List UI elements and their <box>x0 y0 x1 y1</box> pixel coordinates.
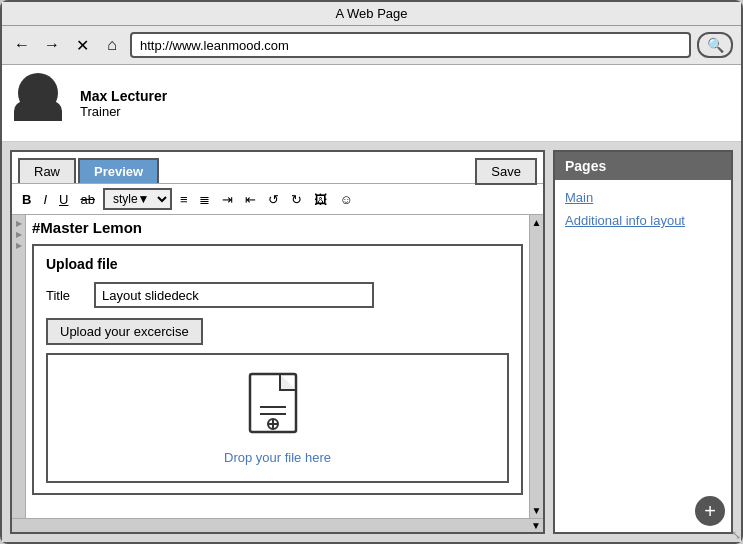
editor-toolbar: B I U ab style▼ ≡ ≣ ⇥ ⇤ ↺ ↻ 🖼 ☺ <box>12 183 543 215</box>
title-form-row: Title <box>46 282 509 308</box>
left-sidebar: ▶ ▶ ▶ <box>12 215 26 518</box>
add-page-button[interactable]: + <box>695 496 725 526</box>
profile-role: Trainer <box>80 104 167 119</box>
scroll-up-arrow[interactable]: ▲ <box>530 215 543 230</box>
emoji-button[interactable]: ☺ <box>335 190 356 209</box>
page-link-main[interactable]: Main <box>565 190 721 205</box>
drop-zone-text: Drop your file here <box>224 450 331 465</box>
scroll-right-arrow[interactable]: ▼ <box>529 518 543 533</box>
upload-button[interactable]: Upload your excercise <box>46 318 203 345</box>
undo-button[interactable]: ↺ <box>264 190 283 209</box>
redo-button[interactable]: ↻ <box>287 190 306 209</box>
upload-section: Upload file Title Upload your excercise <box>32 244 523 495</box>
page-title: A Web Page <box>335 6 407 21</box>
address-bar[interactable] <box>130 32 691 58</box>
back-button[interactable]: ← <box>10 33 34 57</box>
content-area: Raw Preview Save B I U ab style▼ ≡ ≣ ⇥ ⇤… <box>2 142 741 542</box>
tab-raw[interactable]: Raw <box>18 158 76 183</box>
search-icon: 🔍 <box>707 37 724 53</box>
image-button[interactable]: 🖼 <box>310 190 331 209</box>
list-ol-button[interactable]: ≣ <box>195 190 214 209</box>
profile-bar: Max Lecturer Trainer <box>2 65 741 142</box>
editor-panel: Raw Preview Save B I U ab style▼ ≡ ≣ ⇥ ⇤… <box>10 150 545 534</box>
profile-info: Max Lecturer Trainer <box>80 88 167 119</box>
pages-list: Main Additional info layout <box>555 180 731 490</box>
pages-panel: Pages Main Additional info layout + <box>553 150 733 534</box>
home-button[interactable]: ⌂ <box>100 33 124 57</box>
bottom-scrollbar: ▼ <box>12 518 543 532</box>
save-button[interactable]: Save <box>475 158 537 185</box>
bold-button[interactable]: B <box>18 190 35 209</box>
scroll-down-arrow[interactable]: ▼ <box>530 503 543 518</box>
search-button[interactable]: 🔍 <box>697 32 733 58</box>
pages-footer: + <box>555 490 731 532</box>
profile-name: Max Lecturer <box>80 88 167 104</box>
close-button[interactable]: ✕ <box>70 33 94 57</box>
outdent-button[interactable]: ⇤ <box>241 190 260 209</box>
title-bar: A Web Page <box>2 2 741 26</box>
right-scrollbar: ▲ ▼ <box>529 215 543 518</box>
tab-preview[interactable]: Preview <box>78 158 159 183</box>
forward-button[interactable]: → <box>40 33 64 57</box>
drop-zone[interactable]: Drop your file here <box>46 353 509 483</box>
style-select[interactable]: style▼ <box>103 188 172 210</box>
file-icon <box>248 372 308 442</box>
strikethrough-button[interactable]: ab <box>76 190 98 209</box>
upload-section-title: Upload file <box>46 256 509 272</box>
tabs-bar: Raw Preview Save <box>12 152 543 183</box>
indent-button[interactable]: ⇥ <box>218 190 237 209</box>
pages-header: Pages <box>555 152 731 180</box>
browser-window: A Web Page ← → ✕ ⌂ 🔍 Max Lecturer Traine… <box>0 0 743 544</box>
italic-button[interactable]: I <box>39 190 51 209</box>
editor-scroll-area: ▶ ▶ ▶ #Master Lemon Upload file Title <box>12 215 543 518</box>
page-link-additional[interactable]: Additional info layout <box>565 213 721 228</box>
title-input[interactable] <box>94 282 374 308</box>
resize-handle[interactable]: ⤡ <box>731 528 741 542</box>
editor-heading: #Master Lemon <box>32 219 523 236</box>
avatar <box>18 73 58 113</box>
title-label: Title <box>46 288 86 303</box>
editor-content[interactable]: #Master Lemon Upload file Title Upload y… <box>26 215 529 518</box>
nav-bar: ← → ✕ ⌂ 🔍 <box>2 26 741 65</box>
underline-button[interactable]: U <box>55 190 72 209</box>
list-ul-button[interactable]: ≡ <box>176 190 192 209</box>
